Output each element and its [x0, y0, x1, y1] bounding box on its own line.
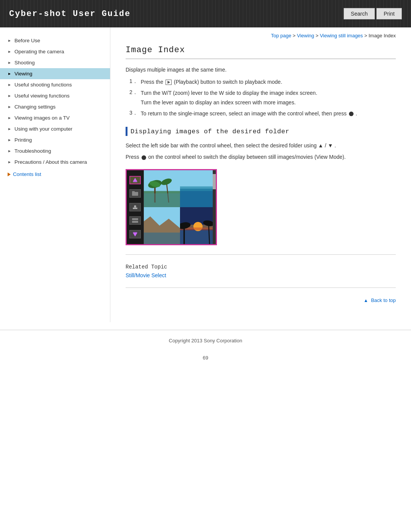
- image-cell-1: [144, 170, 180, 207]
- section-heading: Displaying images of the desired folder: [126, 127, 396, 136]
- breadcrumb-top-page[interactable]: Top page: [271, 33, 292, 38]
- step-2: 2． Turn the W/T (zoom) lever to the W si…: [129, 89, 396, 107]
- image-cell-2: [180, 170, 216, 207]
- svg-point-4: [134, 205, 136, 208]
- svg-rect-17: [144, 193, 180, 207]
- divider-2: [126, 288, 396, 288]
- sidebar-item-label: Viewing: [14, 71, 32, 77]
- chevron-right-icon: ►: [8, 83, 11, 87]
- print-button[interactable]: Print: [376, 8, 402, 19]
- sidebar-item-label: Shooting: [14, 60, 35, 66]
- svg-rect-25: [180, 230, 216, 244]
- breadcrumb-separator: >: [315, 33, 320, 38]
- sidebar-item-label: Viewing images on a TV: [14, 115, 70, 121]
- breadcrumb-separator: >: [364, 33, 368, 38]
- back-to-top-label: Back to top: [371, 297, 396, 303]
- section-text-1: Select the left side bar with the contro…: [126, 141, 396, 150]
- sidebar: ► Before Use ► Operating the camera ► Sh…: [0, 27, 110, 322]
- step-2-text: Turn the W/T (zoom) lever to the W side …: [141, 89, 396, 107]
- sidebar-item-operating-camera[interactable]: ► Operating the camera: [0, 46, 110, 57]
- arrow-right-icon: [8, 173, 11, 176]
- steps-list: 1． Press the (Playback) button to switch…: [129, 78, 396, 118]
- svg-rect-20: [180, 186, 216, 191]
- related-topic-label: Related Topic: [126, 264, 396, 270]
- svg-rect-23: [144, 232, 180, 244]
- sidebar-item-before-use[interactable]: ► Before Use: [0, 35, 110, 46]
- copyright-text: Copyright 2013 Sony Corporation: [169, 338, 242, 343]
- image-index-screenshot: [126, 169, 217, 245]
- svg-rect-19: [180, 189, 216, 207]
- header-title: Cyber-shot User Guide: [9, 9, 131, 19]
- contents-list-link[interactable]: Contents list: [0, 168, 110, 181]
- svg-rect-3: [132, 191, 135, 192]
- icon-down: [129, 230, 141, 238]
- icon-folder2: [129, 203, 141, 211]
- sidebar-item-label: Printing: [14, 137, 32, 143]
- image-scrollbar: [213, 170, 216, 244]
- main-layout: ► Before Use ► Operating the camera ► Sh…: [0, 27, 411, 322]
- section-heading-text: Displaying images of the desired folder: [131, 128, 289, 135]
- chevron-right-icon: ►: [8, 94, 11, 98]
- sidebar-item-label: Changing settings: [14, 104, 56, 110]
- chevron-right-icon: ►: [8, 127, 11, 131]
- breadcrumb-viewing[interactable]: Viewing: [297, 33, 314, 38]
- svg-rect-5: [133, 208, 137, 209]
- icon-folder3: [129, 216, 141, 225]
- breadcrumb-viewing-still-images[interactable]: Viewing still images: [320, 33, 363, 38]
- sidebar-item-label: Useful viewing functions: [14, 93, 70, 99]
- back-to-top: ▲ Back to top: [126, 297, 396, 303]
- step-1-number: 1．: [129, 78, 138, 85]
- page-number: 69: [0, 351, 411, 368]
- intro-text: Displays multiple images at the same tim…: [126, 67, 396, 73]
- sidebar-item-shooting[interactable]: ► Shooting: [0, 57, 110, 68]
- sidebar-item-printing[interactable]: ► Printing: [0, 134, 110, 145]
- breadcrumb-separator: >: [293, 33, 297, 38]
- sidebar-item-label: Before Use: [14, 38, 40, 43]
- sidebar-item-using-computer[interactable]: ► Using with your computer: [0, 123, 110, 134]
- content-area: Top page > Viewing > Viewing still image…: [110, 27, 411, 322]
- circle-dot-icon: [349, 112, 354, 116]
- sidebar-item-useful-viewing[interactable]: ► Useful viewing functions: [0, 90, 110, 101]
- breadcrumb-current: Image Index: [368, 33, 396, 38]
- svg-rect-6: [132, 218, 138, 220]
- header: Cyber-shot User Guide Search Print: [0, 0, 411, 27]
- section-text-2: Press on the control wheel to switch the…: [126, 153, 396, 161]
- sidebar-item-troubleshooting[interactable]: ► Troubleshooting: [0, 145, 110, 157]
- page-title: Image Index: [126, 45, 396, 59]
- sidebar-item-changing-settings[interactable]: ► Changing settings: [0, 101, 110, 112]
- back-to-top-link[interactable]: ▲ Back to top: [363, 297, 396, 303]
- chevron-right-icon: ►: [8, 61, 11, 65]
- blue-bar-icon: [126, 127, 127, 136]
- step-2-number: 2．: [129, 89, 138, 96]
- chevron-right-icon: ►: [8, 116, 11, 120]
- svg-rect-7: [132, 221, 138, 223]
- step-1: 1． Press the (Playback) button to switch…: [129, 78, 396, 86]
- sidebar-item-label: Operating the camera: [14, 49, 64, 54]
- step-3-number: 3．: [129, 110, 138, 117]
- sidebar-item-viewing[interactable]: ► Viewing: [0, 68, 110, 79]
- image-grid: [127, 170, 216, 244]
- chevron-right-icon: ►: [8, 160, 11, 164]
- svg-rect-2: [132, 192, 138, 196]
- sidebar-item-precautions[interactable]: ► Precautions / About this camera: [0, 157, 110, 168]
- step-1-text: Press the (Playback) button to switch to…: [141, 78, 396, 86]
- divider: [126, 254, 396, 255]
- chevron-right-icon: ►: [8, 38, 11, 43]
- chevron-right-icon: ►: [8, 149, 11, 153]
- chevron-right-icon: ►: [8, 72, 11, 76]
- related-topic-link[interactable]: Still/Movie Select: [126, 272, 166, 278]
- chevron-right-icon: ►: [8, 105, 11, 109]
- chevron-right-icon: ►: [8, 138, 11, 142]
- sidebar-item-label: Useful shooting functions: [14, 82, 72, 88]
- header-buttons: Search Print: [344, 8, 402, 19]
- contents-list-label: Contents list: [13, 171, 41, 177]
- search-button[interactable]: Search: [344, 8, 375, 19]
- image-cell-4: [180, 207, 216, 244]
- sidebar-item-label: Precautions / About this camera: [14, 159, 87, 165]
- step-3: 3． To return to the single-image screen,…: [129, 110, 396, 118]
- step-3-text: To return to the single-image screen, se…: [141, 110, 396, 118]
- sidebar-item-viewing-tv[interactable]: ► Viewing images on a TV: [0, 112, 110, 123]
- footer: Copyright 2013 Sony Corporation: [0, 330, 411, 351]
- sidebar-item-useful-shooting[interactable]: ► Useful shooting functions: [0, 79, 110, 90]
- sidebar-item-label: Troubleshooting: [14, 148, 51, 154]
